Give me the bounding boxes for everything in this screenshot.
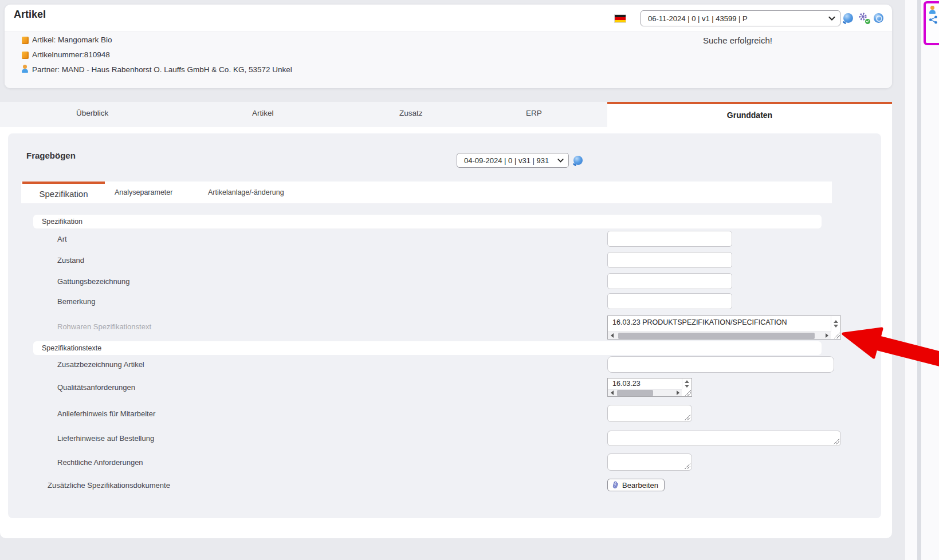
- tab-erp[interactable]: ERP: [526, 109, 542, 117]
- label-gattungsbezeichnung: Gattungsbezeichnung: [57, 277, 129, 286]
- tab-zusatz[interactable]: Zusatz: [399, 109, 423, 117]
- input-zusatzbezeichnung[interactable]: [607, 356, 834, 373]
- scroll-down-icon[interactable]: [834, 325, 838, 328]
- external-window-scrollbar[interactable]: [917, 0, 921, 560]
- qualitaetsanforderungen-value: 16.03.23: [608, 378, 682, 389]
- check-badge-icon: [865, 19, 870, 24]
- bearbeiten-button-label: Bearbeiten: [622, 481, 658, 490]
- input-gattungsbezeichnung[interactable]: [607, 273, 732, 289]
- scroll-up-icon[interactable]: [834, 320, 838, 323]
- label-art: Art: [57, 235, 67, 243]
- tab-artikel[interactable]: Artikel: [252, 109, 274, 117]
- version-select[interactable]: 06-11-2024 | 0 | v1 | 43599 | P: [641, 10, 840, 26]
- share-icon: [929, 15, 938, 24]
- article-box-icon: [22, 37, 29, 44]
- article-name-text: Artikel: Mangomark Bio: [32, 36, 112, 44]
- partner-text: Partner: MAND - Haus Rabenhorst O. Lauff…: [32, 65, 292, 74]
- horizontal-scrollbar[interactable]: [608, 332, 831, 339]
- label-zustand: Zustand: [57, 256, 84, 265]
- textarea-qualitaetsanforderungen[interactable]: 16.03.23: [607, 378, 692, 397]
- scroll-left-icon[interactable]: [608, 332, 616, 340]
- label-bemerkung: Bemerkung: [57, 297, 95, 306]
- section-title: Spezifikation: [42, 218, 822, 226]
- label-zusaetzliche-spezifikationsdokumente: Zusätzliche Spezifikationsdokumente: [48, 481, 170, 490]
- subtab-spezifikation[interactable]: Spezifikation: [22, 182, 105, 203]
- search-icon[interactable]: [843, 13, 853, 23]
- globe-icon[interactable]: [874, 13, 883, 23]
- textarea-anlieferhinweis[interactable]: [607, 405, 692, 422]
- resize-grip[interactable]: [831, 332, 840, 339]
- resize-grip[interactable]: [682, 389, 692, 396]
- input-art[interactable]: [607, 231, 732, 247]
- article-number-text: Artikelnummer:810948: [32, 50, 110, 59]
- textarea-rechtliche-anforderungen[interactable]: [607, 453, 692, 471]
- scroll-up-icon[interactable]: [685, 380, 689, 383]
- page-title: Artikel: [14, 9, 46, 21]
- label-rohwaren-spezifikationstext: Rohwaren Spezifikationstext: [57, 322, 151, 331]
- label-rechtliche-anforderungen: Rechtliche Anforderungen: [57, 458, 143, 467]
- textarea-lieferhinweise[interactable]: [607, 431, 841, 446]
- fragebogen-title: Fragebögen: [26, 151, 76, 160]
- tab-grunddaten[interactable]: Grunddaten: [607, 102, 892, 127]
- gears-icon[interactable]: [858, 13, 869, 23]
- highlighted-user-widget[interactable]: [924, 1, 939, 45]
- input-bemerkung[interactable]: [607, 293, 732, 309]
- section-header-spezifikation: Spezifikation: [33, 215, 822, 228]
- scroll-right-icon[interactable]: [674, 389, 682, 397]
- version-select-value: 06-11-2024 | 0 | v1 | 43599 | P: [648, 14, 828, 23]
- scroll-right-icon[interactable]: [823, 332, 831, 340]
- tab-grunddaten-label: Grunddaten: [607, 111, 892, 120]
- person-icon: [929, 6, 936, 14]
- chevron-down-icon: [828, 17, 835, 21]
- tab-ueberblick[interactable]: Überblick: [76, 109, 108, 117]
- external-window-edge: [905, 0, 939, 560]
- application-window: Artikel Artikel: Mangomark Bio Artikelnu…: [0, 0, 939, 560]
- search-icon[interactable]: [573, 156, 583, 165]
- section-title: Spezifikationstexte: [42, 344, 822, 352]
- fragebogen-version-select[interactable]: 04-09-2024 | 0 | v31 | 931: [457, 153, 569, 168]
- article-box-icon: [22, 52, 29, 59]
- label-qualitaetsanforderungen: Qualitätsanforderungen: [57, 383, 135, 392]
- fragebogen-version-value: 04-09-2024 | 0 | v31 | 931: [464, 156, 557, 165]
- subtab-analyseparameter[interactable]: Analyseparameter: [115, 188, 172, 196]
- scroll-down-icon[interactable]: [685, 385, 689, 388]
- german-flag-icon[interactable]: [615, 15, 626, 22]
- textarea-rohwaren-spezifikationstext[interactable]: 16.03.23 PRODUKTSPEZIFIKATION/SPECIFICAT…: [607, 316, 841, 340]
- scrollbar-thumb[interactable]: [617, 390, 653, 396]
- section-header-spezifikationstexte: Spezifikationstexte: [33, 341, 822, 355]
- subtab-spezifikation-label: Spezifikation: [22, 189, 105, 199]
- status-message: Suche erfolgreich!: [703, 36, 772, 45]
- label-zusatzbezeichnung: Zusatzbezeichnung Artikel: [57, 360, 144, 369]
- vertical-scroll-arrows[interactable]: [682, 378, 692, 389]
- paperclip-icon: [611, 480, 620, 490]
- scrollbar-thumb[interactable]: [618, 333, 815, 339]
- horizontal-scrollbar[interactable]: [608, 389, 682, 396]
- label-lieferhinweise: Lieferhinweise auf Bestellung: [57, 434, 154, 443]
- scroll-left-icon[interactable]: [608, 389, 616, 397]
- vertical-scroll-arrows[interactable]: [831, 316, 840, 332]
- input-zustand[interactable]: [607, 252, 732, 268]
- chevron-down-icon: [557, 159, 564, 163]
- partner-person-icon: [21, 65, 29, 73]
- bearbeiten-button[interactable]: Bearbeiten: [607, 479, 665, 491]
- label-anlieferhinweis: Anlieferhinweis für Mitarbeiter: [57, 409, 155, 418]
- rohwaren-text-value: 16.03.23 PRODUKTSPEZIFIKATION/SPECIFICAT…: [608, 316, 831, 332]
- subtab-artikelanlage[interactable]: Artikelanlage/-änderung: [208, 188, 284, 196]
